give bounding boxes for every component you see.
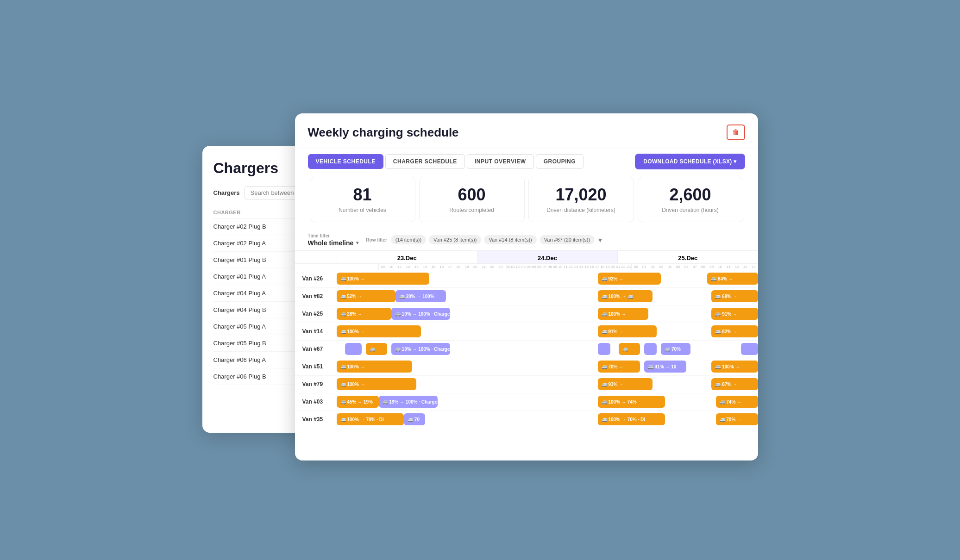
timeline-block[interactable]: 🚐 19% → 100% · Charger #	[379, 396, 438, 408]
timeline-block[interactable]: 🚐 100% →	[711, 361, 758, 373]
timeline-block[interactable]: 🚐	[366, 343, 387, 355]
time-tick: 20	[610, 264, 615, 270]
time-tick: 14	[420, 264, 429, 270]
row-filter-chip[interactable]: Van #14 (8 item(s))	[484, 235, 536, 244]
vehicle-label: Van #67	[295, 346, 337, 352]
time-tick: 23	[496, 264, 505, 270]
time-tick: 03	[657, 264, 665, 270]
date-25-dec: 25.Dec	[617, 251, 758, 263]
time-tick: 01	[510, 264, 515, 270]
time-ticks-section-0: 091011121314151617181920212223	[378, 264, 505, 270]
vehicle-label: Van #25	[295, 311, 337, 317]
timeline-block[interactable]: 🚐 87% →	[711, 378, 758, 390]
time-tick: 16	[589, 264, 594, 270]
time-ticks-row: 0910111213141516171819202122230001020304…	[295, 264, 758, 270]
timeline-block[interactable]: 🚐 74% →	[716, 396, 758, 408]
timeline-block[interactable]: 🚐 45% → 19%	[337, 396, 379, 408]
vehicle-row: Van #67🚐🚐 19% → 100% · Charge🚐🚐 70%	[295, 341, 758, 358]
timeline-block[interactable]: 🚐 100% → 70% · Di	[598, 413, 665, 425]
timeline-block[interactable]: 🚐 19% → 100% · Charge	[391, 343, 450, 355]
screen-container: Chargers Chargers CHARGER TYPE STATUS Ch…	[202, 100, 758, 460]
time-tick: 16	[438, 264, 446, 270]
tab-charger-schedule[interactable]: CHARGER SCHEDULE	[385, 154, 465, 169]
time-tick: 12	[733, 264, 741, 270]
stat-routes: 600 Routes completed	[419, 177, 525, 222]
tab-vehicle-schedule[interactable]: VEHICLE SCHEDULE	[308, 154, 383, 169]
time-ticks-section-2: 000102030405060708091011121314	[631, 264, 758, 270]
timeline-block[interactable]: 🚐 20% → 100%	[395, 290, 446, 302]
timeline-block[interactable]: 🚐 70	[404, 413, 425, 425]
timeline-block[interactable]: 🚐 52% →	[337, 290, 395, 302]
time-tick: 19	[463, 264, 471, 270]
tab-input-overview[interactable]: INPUT OVERVIEW	[467, 154, 534, 169]
row-filter-chip[interactable]: (14 item(s))	[391, 235, 426, 244]
timeline-block[interactable]: 🚐 100% →	[598, 308, 648, 320]
timeline-block[interactable]: 🚐 100% →	[337, 273, 429, 285]
row-filter-chip[interactable]: Van #67 (20 item(s))	[540, 235, 595, 244]
stat-vehicles-value: 81	[318, 186, 408, 204]
time-tick: 07	[690, 264, 699, 270]
row-filter-chip[interactable]: Van #25 (8 item(s))	[429, 235, 481, 244]
delete-button[interactable]: 🗑	[727, 124, 745, 140]
timeline-block[interactable]	[345, 343, 362, 355]
timeline-block[interactable]: 🚐 70% →	[716, 413, 758, 425]
vehicle-label: Van #79	[295, 381, 337, 387]
timeline-block[interactable]: 🚐 70% →	[598, 361, 640, 373]
timeline-block[interactable]: 🚐	[619, 343, 640, 355]
timeline-block[interactable]: 🚐 100% →	[337, 378, 417, 390]
timeline-block[interactable]: 🚐 82% →	[711, 325, 758, 337]
time-tick: 12	[404, 264, 412, 270]
vehicle-row: Van #25🚐 28% →🚐 19% → 100% · Charger #🚐 …	[295, 305, 758, 323]
time-tick: 08	[699, 264, 707, 270]
row-filter-more-icon[interactable]: ▾	[598, 236, 602, 244]
download-schedule-button[interactable]: DOWNLOAD SCHEDULE (XLSX) ▾	[635, 154, 745, 169]
time-tick: 13	[573, 264, 578, 270]
vehicle-timeline: 🚐 100% → 70% · Di🚐 70🚐 100% → 70% · Di🚐 …	[337, 411, 758, 428]
timeline-block[interactable]: 🚐 70%	[661, 343, 690, 355]
timeline-block[interactable]	[598, 343, 610, 355]
time-filter-select[interactable]: Whole timeline ▾	[308, 239, 359, 247]
time-tick: 07	[542, 264, 547, 270]
timeline-block[interactable]: 🚐 93% →	[598, 378, 653, 390]
vehicle-timeline: 🚐 100% →🚐 91% →🚐 82% →	[337, 323, 758, 340]
time-tick: 03	[521, 264, 526, 270]
timeline-block[interactable]: 🚐 68% →	[711, 290, 758, 302]
charger-name: Charger #02 Plug A	[213, 235, 309, 252]
timeline-block[interactable]	[644, 343, 657, 355]
time-tick: 10	[558, 264, 563, 270]
time-tick: 15	[429, 264, 437, 270]
vehicle-row: Van #14🚐 100% →🚐 91% →🚐 82% →	[295, 323, 758, 341]
timeline-block[interactable]: 🚐 100% → 74%	[598, 396, 665, 408]
timeline-block[interactable]: 🚐 91% →	[711, 308, 758, 320]
vehicle-row: Van #82🚐 52% →🚐 20% → 100%🚐 100% → 🚐🚐 68…	[295, 288, 758, 305]
time-tick: 23	[626, 264, 631, 270]
stat-distance: 17,020 Driven distance (kilometers)	[528, 177, 634, 222]
tab-grouping[interactable]: GROUPING	[536, 154, 584, 169]
tabs-left: VEHICLE SCHEDULE CHARGER SCHEDULE INPUT …	[308, 154, 584, 169]
timeline-block[interactable]: 🚐 100% → 🚐	[598, 290, 653, 302]
vehicle-label: Van #35	[295, 416, 337, 423]
chargers-label: Chargers	[213, 189, 240, 196]
timeline-block[interactable]: 🚐 19% → 100% · Charger #	[391, 308, 450, 320]
time-tick: 10	[716, 264, 724, 270]
timeline-block[interactable]: 🚐 100% →	[337, 325, 421, 337]
time-tick: 06	[682, 264, 690, 270]
timeline-block[interactable]: 🚐 41% → 10	[644, 361, 686, 373]
timeline-block[interactable]: 🚐 100% → 70% · Di	[337, 413, 404, 425]
time-tick: 17	[446, 264, 454, 270]
row-filter-chips: (14 item(s))Van #25 (8 item(s))Van #14 (…	[391, 235, 595, 244]
stat-vehicles-label: Number of vehicles	[318, 207, 408, 213]
timeline-block[interactable]: 🚐 28% →	[337, 308, 391, 320]
tabs-row: VEHICLE SCHEDULE CHARGER SCHEDULE INPUT …	[295, 148, 758, 175]
vehicle-timeline: 🚐 45% → 19%🚐 19% → 100% · Charger #🚐 100…	[337, 393, 758, 411]
timeline-block[interactable]	[741, 343, 758, 355]
time-tick: 21	[479, 264, 488, 270]
time-tick: 18	[600, 264, 605, 270]
timeline-block[interactable]: 🚐 92% →	[598, 273, 661, 285]
timeline-block[interactable]: 🚐 84% →	[707, 273, 758, 285]
timeline-block[interactable]: 🚐 91% →	[598, 325, 657, 337]
timeline-block[interactable]: 🚐 100% →	[337, 361, 413, 373]
time-ticks-section-1: 0001020304050607080910111213141516171819…	[505, 264, 631, 270]
time-filter-arrow-icon: ▾	[356, 240, 358, 245]
stat-duration-value: 2,600	[646, 186, 735, 204]
